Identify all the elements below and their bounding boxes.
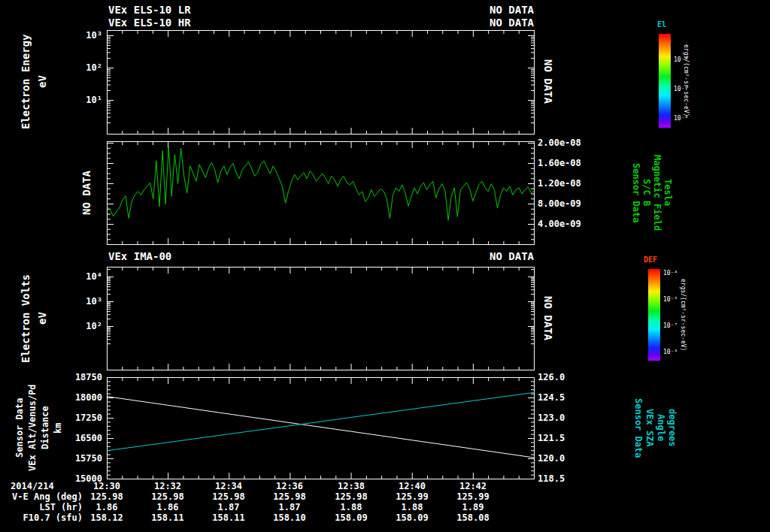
panel3-yunit: eV	[37, 267, 47, 370]
magnetic-field-line	[108, 147, 535, 220]
table-row-label: V-E Ang (deg)	[12, 492, 83, 501]
table-cell: 1.86	[96, 503, 118, 512]
panel3-ytick-label: 10²	[86, 322, 102, 331]
table-cell: 1.87	[279, 503, 301, 512]
colorbar-ima-tick-label: 10⁻⁷	[663, 323, 678, 329]
panel3-plot-area	[107, 267, 535, 370]
table-cell: 125.99	[456, 492, 489, 501]
colorbar-els	[659, 34, 671, 128]
panel4-plot-area	[107, 377, 535, 479]
panel1-status-hr: NO DATA	[490, 17, 534, 28]
table-cell: 1.86	[157, 503, 179, 512]
panel4-left-label-km: km	[53, 377, 62, 479]
panel4-left-tick-label: 18750	[75, 373, 102, 382]
table-cell: 1.87	[218, 503, 240, 512]
table-cell: 158.09	[335, 513, 367, 522]
panel4-left-label-sensor-data: Sensor Data	[15, 377, 24, 479]
colorbar-els-tick-label: 10⁻⁸	[674, 116, 688, 122]
table-cell: 125.98	[151, 492, 183, 501]
table-cell: 158.12	[90, 513, 123, 522]
xaxis-tick-label: 12:30	[93, 482, 120, 491]
colorbar-ima-unit: ergs/(cm²-sr-sec-eV)	[680, 269, 686, 361]
table-row-label: F10.7 (sfu)	[23, 513, 83, 522]
table-cell: 158.09	[396, 513, 428, 522]
panel1-ytick-label: 10³	[86, 31, 102, 40]
table-cell: 158.08	[456, 513, 489, 522]
colorbar-els-tick-label: 10⁻⁴	[674, 57, 688, 63]
panel4-right-label-degrees: degrees	[668, 377, 677, 479]
colorbar-ima-tick-label: 10⁻⁹	[663, 349, 678, 355]
table-cell: 1.89	[462, 503, 484, 512]
vitmo-multiplot-screen: VEx ELS-10 LR NO DATA VEx ELS-10 HR NO D…	[0, 0, 770, 532]
panel4-right-tick-label: 120.0	[538, 454, 565, 463]
panel3-ytick-label: 10³	[86, 297, 102, 306]
table-cell: 125.99	[396, 492, 428, 501]
colorbar-els-unit: ergs/(cm²-sr-sec-eV)	[683, 34, 689, 128]
panel4-right-tick-label: 126.0	[538, 373, 565, 382]
panel1-plot-area	[107, 30, 535, 135]
panel3-ylabel: Electron Volts	[20, 267, 31, 370]
xaxis-tick-label: 12:40	[399, 482, 426, 491]
colorbar-ima-tick-label: 10⁻⁴	[663, 271, 678, 277]
colorbar-els-tick-label: 10⁻⁶	[674, 86, 688, 92]
panel4-right-tick-label: 124.5	[538, 393, 565, 402]
table-cell: 158.11	[151, 513, 183, 522]
panel4-left-tick-label: 17250	[75, 413, 102, 422]
xaxis-date-label: 2014/214	[11, 482, 54, 491]
panel1-ytick-label: 10¹	[86, 95, 102, 104]
panel1-ytick-label: 10²	[86, 63, 102, 72]
table-cell: 125.98	[212, 492, 244, 501]
panel2-plot-area	[107, 141, 535, 245]
panel3-ytick-label: 10⁴	[86, 272, 102, 281]
panel2-ytick-label: 1.60e-08	[538, 159, 581, 168]
colorbar-ima-tick-label: 10⁻⁵	[663, 297, 678, 303]
panel4-right-label-sensor-data: Sensor Data	[634, 377, 643, 479]
table-row-label: LST (hr)	[39, 503, 83, 512]
table-cell: 125.98	[273, 492, 305, 501]
table-cell: 125.98	[90, 492, 123, 501]
xaxis-tick-label: 12:38	[338, 482, 365, 491]
panel2-right-label-scb: S/C B	[642, 141, 651, 244]
xaxis-tick-label: 12:42	[459, 482, 487, 491]
table-cell: 1.88	[402, 503, 423, 512]
panel2-right-label-tesla: Tesla	[663, 141, 672, 244]
panel1-yunit: eV	[37, 30, 47, 134]
panel4-right-label-angle: Angle	[656, 377, 665, 479]
panel4-left-label-distance: Distance	[41, 377, 50, 479]
altitude-line	[108, 397, 535, 458]
colorbar-ima	[648, 269, 660, 361]
panel1-title-hr: VEx ELS-10 HR	[108, 17, 191, 28]
colorbar-ima-title: DEF	[644, 256, 657, 264]
panel3-title: VEx IMA-00	[108, 251, 171, 261]
panel4-right-tick-label: 123.0	[538, 413, 565, 422]
xaxis-tick-label: 12:32	[154, 482, 181, 491]
panel2-right-label-sensor-data: Sensor Data	[632, 141, 641, 244]
svg1-ticks	[108, 31, 535, 134]
panel3-right-nodata: NO DATA	[543, 267, 553, 370]
table-cell: 125.98	[335, 492, 367, 501]
panel2-ytick-label: 4.00e-09	[538, 219, 581, 228]
panel2-ytick-label: 8.00e-09	[538, 199, 581, 208]
table-cell: 158.11	[212, 513, 244, 522]
colorbar-els-title: El	[657, 21, 666, 29]
xaxis-tick-label: 12:36	[276, 482, 303, 491]
panel4-right-tick-label: 121.5	[538, 434, 565, 443]
panel1-title-lr: VEx ELS-10 LR	[108, 5, 191, 15]
panel3-status: NO DATA	[490, 251, 534, 261]
svg4-ticks	[108, 378, 535, 479]
panel4-left-tick-label: 18000	[75, 393, 102, 402]
panel2-ytick-label: 1.20e-08	[538, 179, 581, 188]
sza-line	[108, 392, 535, 450]
panel4-right-label-sza: VEx SZA	[645, 377, 654, 479]
panel4-left-label-alt: VEx Alt/Venus/Pd	[28, 377, 37, 479]
panel4-left-tick-label: 15750	[75, 454, 102, 463]
panel1-right-nodata: NO DATA	[543, 30, 553, 134]
svg3-ticks	[108, 268, 535, 370]
panel2-ytick-label: 2.00e-08	[538, 138, 581, 147]
table-cell: 1.88	[341, 503, 362, 512]
table-cell: 158.10	[273, 513, 305, 522]
panel4-left-tick-label: 16500	[75, 434, 102, 443]
panel2-left-nodata: NO DATA	[81, 141, 92, 244]
panel2-right-label-magnetic-field: Magnetic Field	[653, 141, 662, 244]
panel1-status-lr: NO DATA	[490, 5, 534, 15]
